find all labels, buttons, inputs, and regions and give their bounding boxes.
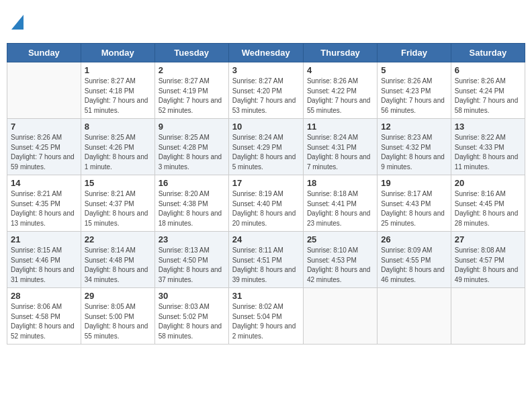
weekday-header-sunday: Sunday	[7, 44, 81, 62]
daylight-text: Daylight: 8 hours and 15 minutes.	[85, 209, 151, 228]
sunrise-text: Sunrise: 8:21 AM	[11, 189, 77, 199]
calendar-cell: 30Sunrise: 8:03 AMSunset: 5:02 PMDayligh…	[154, 288, 228, 345]
day-number: 19	[381, 178, 447, 188]
calendar-cell: 8Sunrise: 8:25 AMSunset: 4:26 PMDaylight…	[81, 119, 154, 175]
sunset-text: Sunset: 4:25 PM	[11, 143, 77, 153]
calendar-cell: 25Sunrise: 8:10 AMSunset: 4:53 PMDayligh…	[303, 232, 377, 288]
calendar-cell	[378, 288, 451, 345]
sunrise-text: Sunrise: 8:27 AM	[232, 77, 300, 87]
calendar-cell: 31Sunrise: 8:02 AMSunset: 5:04 PMDayligh…	[228, 288, 303, 345]
daylight-text: Daylight: 8 hours and 20 minutes.	[232, 209, 300, 228]
day-info: Sunrise: 8:21 AMSunset: 4:35 PMDaylight:…	[11, 189, 77, 228]
calendar-cell: 14Sunrise: 8:21 AMSunset: 4:35 PMDayligh…	[7, 175, 81, 232]
daylight-text: Daylight: 8 hours and 11 minutes.	[455, 152, 521, 172]
calendar-cell: 1Sunrise: 8:27 AMSunset: 4:18 PMDaylight…	[81, 62, 154, 119]
sunset-text: Sunset: 4:48 PM	[85, 256, 151, 266]
daylight-text: Daylight: 8 hours and 52 minutes.	[11, 322, 77, 341]
sunset-text: Sunset: 5:02 PM	[159, 312, 225, 322]
day-info: Sunrise: 8:24 AMSunset: 4:29 PMDaylight:…	[232, 133, 300, 172]
day-number: 21	[11, 234, 77, 244]
calendar-cell: 10Sunrise: 8:24 AMSunset: 4:29 PMDayligh…	[228, 119, 303, 175]
daylight-text: Daylight: 8 hours and 31 minutes.	[11, 265, 77, 285]
day-info: Sunrise: 8:25 AMSunset: 4:28 PMDaylight:…	[159, 133, 225, 172]
daylight-text: Daylight: 8 hours and 37 minutes.	[159, 265, 225, 285]
day-number: 15	[85, 178, 151, 188]
day-number: 9	[159, 122, 225, 132]
daylight-text: Daylight: 9 hours and 2 minutes.	[232, 322, 300, 341]
day-info: Sunrise: 8:09 AMSunset: 4:55 PMDaylight:…	[381, 246, 447, 285]
calendar-cell: 2Sunrise: 8:27 AMSunset: 4:19 PMDaylight…	[154, 62, 228, 119]
sunset-text: Sunset: 4:31 PM	[307, 143, 373, 153]
daylight-text: Daylight: 8 hours and 49 minutes.	[455, 265, 521, 285]
daylight-text: Daylight: 8 hours and 25 minutes.	[381, 209, 447, 228]
logo	[9, 12, 24, 32]
day-number: 26	[381, 234, 447, 244]
calendar-cell: 9Sunrise: 8:25 AMSunset: 4:28 PMDaylight…	[154, 119, 228, 175]
calendar-cell: 15Sunrise: 8:21 AMSunset: 4:37 PMDayligh…	[81, 175, 154, 232]
day-info: Sunrise: 8:22 AMSunset: 4:33 PMDaylight:…	[455, 133, 521, 172]
sunset-text: Sunset: 4:50 PM	[159, 256, 225, 266]
logo-text	[9, 12, 24, 32]
sunset-text: Sunset: 4:29 PM	[232, 143, 300, 153]
sunrise-text: Sunrise: 8:26 AM	[307, 77, 373, 87]
daylight-text: Daylight: 8 hours and 28 minutes.	[455, 209, 521, 228]
weekday-header-friday: Friday	[378, 44, 451, 62]
calendar-cell: 20Sunrise: 8:16 AMSunset: 4:45 PMDayligh…	[451, 175, 525, 232]
day-info: Sunrise: 8:27 AMSunset: 4:19 PMDaylight:…	[159, 77, 225, 116]
sunset-text: Sunset: 4:19 PM	[159, 87, 225, 97]
calendar-cell: 26Sunrise: 8:09 AMSunset: 4:55 PMDayligh…	[378, 232, 451, 288]
daylight-text: Daylight: 7 hours and 56 minutes.	[381, 96, 447, 116]
calendar-cell: 13Sunrise: 8:22 AMSunset: 4:33 PMDayligh…	[451, 119, 525, 175]
calendar-cell: 17Sunrise: 8:19 AMSunset: 4:40 PMDayligh…	[228, 175, 303, 232]
day-number: 25	[307, 234, 373, 244]
day-info: Sunrise: 8:05 AMSunset: 5:00 PMDaylight:…	[85, 302, 151, 341]
day-info: Sunrise: 8:24 AMSunset: 4:31 PMDaylight:…	[307, 133, 373, 172]
sunrise-text: Sunrise: 8:20 AM	[159, 189, 225, 199]
calendar-week-row: 1Sunrise: 8:27 AMSunset: 4:18 PMDaylight…	[7, 62, 525, 119]
daylight-text: Daylight: 8 hours and 46 minutes.	[381, 265, 447, 285]
sunrise-text: Sunrise: 8:25 AM	[85, 133, 151, 143]
sunset-text: Sunset: 4:38 PM	[159, 199, 225, 210]
sunset-text: Sunset: 4:53 PM	[307, 256, 373, 266]
calendar-cell: 12Sunrise: 8:23 AMSunset: 4:32 PMDayligh…	[378, 119, 451, 175]
day-number: 31	[232, 291, 300, 301]
svg-marker-0	[11, 15, 24, 30]
day-info: Sunrise: 8:19 AMSunset: 4:40 PMDaylight:…	[232, 189, 300, 228]
sunset-text: Sunset: 4:51 PM	[232, 256, 300, 266]
calendar-cell: 24Sunrise: 8:11 AMSunset: 4:51 PMDayligh…	[228, 232, 303, 288]
day-number: 11	[307, 122, 373, 132]
calendar-cell: 18Sunrise: 8:18 AMSunset: 4:41 PMDayligh…	[303, 175, 377, 232]
day-info: Sunrise: 8:10 AMSunset: 4:53 PMDaylight:…	[307, 246, 373, 285]
weekday-header-monday: Monday	[81, 44, 154, 62]
sunrise-text: Sunrise: 8:11 AM	[232, 246, 300, 256]
calendar-week-row: 14Sunrise: 8:21 AMSunset: 4:35 PMDayligh…	[7, 175, 525, 232]
sunrise-text: Sunrise: 8:13 AM	[159, 246, 225, 256]
daylight-text: Daylight: 7 hours and 53 minutes.	[232, 96, 300, 116]
day-number: 23	[159, 234, 225, 244]
sunrise-text: Sunrise: 8:06 AM	[11, 302, 77, 312]
daylight-text: Daylight: 8 hours and 42 minutes.	[307, 265, 373, 285]
daylight-text: Daylight: 8 hours and 18 minutes.	[159, 209, 225, 228]
sunrise-text: Sunrise: 8:03 AM	[159, 302, 225, 312]
sunrise-text: Sunrise: 8:10 AM	[307, 246, 373, 256]
sunrise-text: Sunrise: 8:19 AM	[232, 189, 300, 199]
daylight-text: Daylight: 8 hours and 9 minutes.	[381, 152, 447, 172]
sunset-text: Sunset: 4:35 PM	[11, 199, 77, 210]
day-info: Sunrise: 8:13 AMSunset: 4:50 PMDaylight:…	[159, 246, 225, 285]
sunrise-text: Sunrise: 8:14 AM	[85, 246, 151, 256]
day-info: Sunrise: 8:08 AMSunset: 4:57 PMDaylight:…	[455, 246, 521, 285]
sunset-text: Sunset: 4:43 PM	[381, 199, 447, 210]
day-info: Sunrise: 8:26 AMSunset: 4:22 PMDaylight:…	[307, 77, 373, 116]
day-info: Sunrise: 8:15 AMSunset: 4:46 PMDaylight:…	[11, 246, 77, 285]
sunrise-text: Sunrise: 8:27 AM	[85, 77, 151, 87]
day-number: 24	[232, 234, 300, 244]
calendar-cell: 3Sunrise: 8:27 AMSunset: 4:20 PMDaylight…	[228, 62, 303, 119]
sunset-text: Sunset: 4:45 PM	[455, 199, 521, 210]
day-info: Sunrise: 8:18 AMSunset: 4:41 PMDaylight:…	[307, 189, 373, 228]
calendar-cell: 4Sunrise: 8:26 AMSunset: 4:22 PMDaylight…	[303, 62, 377, 119]
daylight-text: Daylight: 8 hours and 13 minutes.	[11, 209, 77, 228]
day-number: 14	[11, 178, 77, 188]
weekday-header-tuesday: Tuesday	[154, 44, 228, 62]
sunrise-text: Sunrise: 8:17 AM	[381, 189, 447, 199]
daylight-text: Daylight: 7 hours and 55 minutes.	[307, 96, 373, 116]
